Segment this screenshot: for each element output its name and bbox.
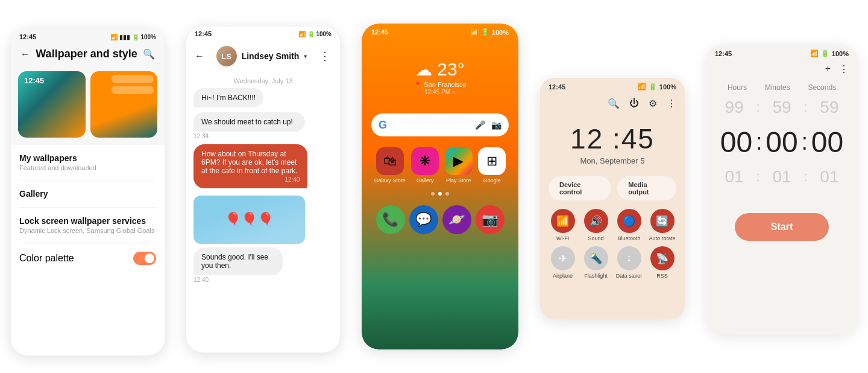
wallpaper-thumb-left[interactable]: 12:45 [18, 71, 86, 138]
toggle-datasaver[interactable]: ↕ Data saver [615, 246, 643, 279]
timer-status-right: 📶 🔋 100% [810, 49, 849, 57]
dock-messages-icon[interactable]: 💬 [409, 205, 438, 234]
bubble-2: We should meet to catch up! [193, 112, 305, 132]
chevron-down-icon[interactable]: ▾ [304, 53, 307, 60]
search-bar[interactable]: G 🎤 📷 [371, 113, 509, 136]
toggle-bluetooth[interactable]: 🔵 Bluetooth [615, 209, 643, 241]
home-battery-pct: 100% [492, 29, 509, 36]
menu-item-wallpapers[interactable]: My wallpapers Featured and downloaded [19, 145, 156, 180]
hours-top[interactable]: 99 [725, 98, 743, 117]
start-button[interactable]: Start [735, 213, 829, 241]
menu-item-gallery[interactable]: Gallery [19, 180, 156, 208]
color-toggle[interactable] [133, 252, 156, 265]
google-logo: G [379, 119, 387, 132]
phone-timer: 12:45 📶 🔋 100% + ⋮ Hours Minutes Seconds… [706, 45, 857, 334]
qs-clock: 12 :45 Mon, September 5 [540, 114, 685, 168]
rss-toggle-label: RSS [656, 273, 668, 279]
seconds-top[interactable]: 59 [820, 98, 838, 117]
wifi-icon-1: 📶 [110, 34, 118, 40]
timer-battery-icon: 🔋 [821, 49, 829, 57]
flashlight-toggle-icon: 🔦 [584, 246, 608, 270]
bubble-text-2: We should meet to catch up! [201, 118, 293, 126]
timer-main-display: 00 : 00 : 00 [706, 120, 857, 165]
bubble-wrap-4: 🎈🎈🎈 Sounds good. I'll see you then. 12:4… [193, 193, 305, 283]
add-icon[interactable]: + [825, 63, 831, 75]
more-options-icon[interactable]: ⋮ [319, 49, 332, 63]
message-body: Hi~! I'm BACK!!!! We should meet to catc… [186, 88, 340, 283]
seconds-bottom[interactable]: 01 [820, 167, 838, 186]
bubble-image: 🎈🎈🎈 [193, 196, 305, 244]
seconds-label: Seconds [808, 83, 836, 92]
menu-item-color[interactable]: Color palette [19, 243, 156, 273]
datasaver-toggle-icon: ↕ [617, 246, 641, 270]
dock-phone-icon[interactable]: 📞 [376, 205, 405, 234]
menu-sub-lockscreen: Dynamic Lock screen, Samsung Global Goal… [19, 227, 156, 234]
dot-1 [431, 192, 435, 196]
media-output-button[interactable]: Media output [617, 176, 676, 200]
search-icon-qs[interactable]: 🔍 [608, 98, 620, 109]
bubble-text-4: Sounds good. I'll see you then. [201, 253, 268, 270]
toggle-airplane[interactable]: ✈ Airplane [549, 246, 577, 279]
page-dots [362, 192, 518, 196]
dock-camera-icon[interactable]: 📷 [476, 205, 505, 234]
colon-bot-1: : [756, 169, 760, 185]
back-button-2[interactable]: ← [195, 51, 204, 62]
status-time-2: 12:45 [195, 30, 212, 37]
toggle-autorotate[interactable]: 🔄 Auto rotate [648, 209, 676, 241]
sound-toggle-icon: 🔊 [584, 209, 608, 233]
autorotate-toggle-label: Auto rotate [649, 235, 675, 241]
app-play-store[interactable]: ▶ Play Store [445, 147, 473, 183]
rss-toggle-icon: 📡 [650, 246, 675, 270]
app-galaxy-store[interactable]: 🛍 Galaxy Store [374, 147, 406, 183]
device-control-button[interactable]: Device control [549, 176, 611, 200]
power-icon-qs[interactable]: ⏻ [629, 98, 639, 109]
colon-top-2: : [804, 100, 807, 115]
toggle-sound[interactable]: 🔊 Sound [582, 209, 610, 241]
toggle-flashlight[interactable]: 🔦 Flashlight [582, 246, 610, 279]
autorotate-toggle-icon: 🔄 [650, 209, 675, 233]
seconds-main[interactable]: 00 [811, 126, 843, 159]
gallery-icon: ❋ [411, 147, 439, 175]
status-bar-1: 12:45 📶 ▮▮▮ 🔋 100% [11, 30, 165, 44]
app-google[interactable]: ⊞ Google [478, 147, 506, 183]
phone-messages: 12:45 📶 🔋 100% ← LS Lindsey Smith ▾ ⋮ We… [186, 27, 340, 352]
hours-main[interactable]: 00 [720, 126, 752, 159]
timer-wifi-icon: 📶 [810, 49, 819, 57]
menu-title-wallpapers: My wallpapers [19, 153, 156, 163]
minutes-bottom[interactable]: 01 [772, 167, 791, 186]
status-right-1: 📶 ▮▮▮ 🔋 100% [110, 34, 156, 40]
page-title-1: Wallpaper and style [36, 48, 137, 60]
google-icon: ⊞ [478, 147, 506, 175]
contact-info[interactable]: LS Lindsey Smith ▾ [216, 46, 308, 66]
more-icon-timer[interactable]: ⋮ [839, 63, 849, 75]
minutes-top[interactable]: 59 [772, 98, 791, 117]
bubble-time-4: 12:40 [193, 276, 305, 283]
galaxy-store-label: Galaxy Store [374, 177, 406, 183]
back-button-1[interactable]: ← [20, 49, 30, 60]
toggle-wifi[interactable]: 📶 Wi-Fi [549, 209, 577, 241]
wallpaper-thumb-right[interactable] [90, 71, 158, 138]
settings-icon-qs[interactable]: ⚙ [649, 98, 657, 109]
hours-bottom[interactable]: 01 [725, 167, 743, 186]
timer-status-bar: 12:45 📶 🔋 100% [706, 45, 857, 62]
bluetooth-toggle-label: Bluetooth [617, 235, 640, 241]
wallpaper-clock: 12:45 [24, 76, 44, 85]
more-icon-qs[interactable]: ⋮ [667, 98, 676, 109]
wifi-toggle-icon: 📶 [551, 209, 575, 233]
home-wifi-icon: 📶 [470, 28, 479, 36]
play-store-label: Play Store [446, 177, 471, 183]
voice-search-icon[interactable]: 🎤 [475, 120, 485, 130]
location-text: 📍 San Francisco [362, 81, 518, 89]
dock-browser-icon[interactable]: 🪐 [442, 205, 471, 234]
lens-search-icon[interactable]: 📷 [491, 120, 502, 130]
toggle-rss[interactable]: 📡 RSS [648, 246, 676, 279]
colon-bot-2: : [804, 169, 807, 185]
minutes-main[interactable]: 00 [766, 126, 797, 159]
gallery-label: Gallery [417, 177, 434, 183]
timer-time: 12:45 [715, 50, 732, 57]
app-gallery[interactable]: ❋ Gallery [411, 147, 439, 183]
home-battery-icon: 🔋 [481, 28, 489, 36]
search-button-1[interactable]: 🔍 [143, 48, 155, 60]
weather-icon: ☁ [415, 60, 432, 80]
menu-item-lockscreen[interactable]: Lock screen wallpaper services Dynamic L… [19, 208, 156, 243]
